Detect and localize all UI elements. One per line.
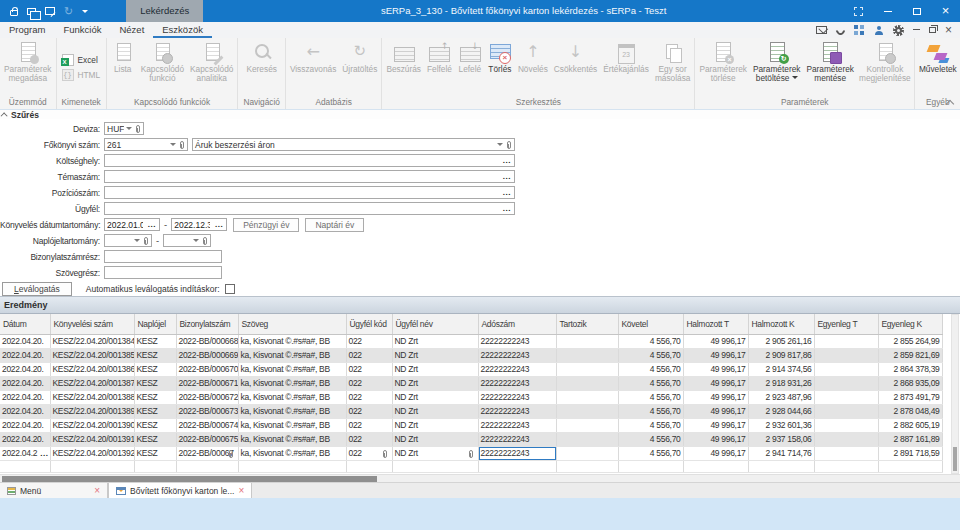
ribbon-button-param-terek-t-rl-se[interactable]: Paraméterek törlése [696, 39, 750, 96]
table-cell[interactable]: ka, Kisvonat ©.#s#a#, BB [238, 418, 346, 432]
column-header-ad-sz-m[interactable]: Adószám [478, 314, 556, 334]
ribbon-button-felfel[interactable]: Felfelé [424, 39, 455, 96]
context-tab-lekerdezes[interactable]: Lekérdezés [126, 0, 203, 22]
table-cell[interactable]: KESZ [134, 432, 176, 446]
table-cell[interactable]: 2 905 261,16 [748, 334, 814, 348]
menu-tab-eszk-z-k[interactable]: Eszközök [153, 22, 212, 38]
table-cell[interactable]: 4 556,70 [618, 404, 683, 418]
table-cell[interactable]: 2022-BB/000673 [176, 404, 238, 418]
column-header-d-tum[interactable]: Dátum [0, 314, 50, 334]
table-cell[interactable]: 2022-BB/000671 [176, 376, 238, 390]
date-to-field[interactable] [172, 220, 212, 230]
table-cell[interactable]: 4 556,70 [618, 348, 683, 362]
table-cell[interactable] [814, 432, 878, 446]
ribbon-collapse-icon[interactable] [946, 99, 953, 106]
child-restore-icon[interactable] [929, 27, 936, 33]
focused-cell[interactable]: 22222222243 [478, 446, 556, 460]
horizontal-scrollbar[interactable] [0, 474, 960, 482]
table-cell[interactable]: 022 [346, 446, 392, 460]
table-cell[interactable] [556, 348, 618, 362]
column-header-sz-veg[interactable]: Szöveg [238, 314, 346, 334]
table-cell[interactable]: ND Zrt [392, 404, 478, 418]
table-cell[interactable]: KESZ [134, 404, 176, 418]
column-header-napl-jel[interactable]: Naplójel [134, 314, 176, 334]
date-from-field[interactable] [105, 220, 145, 230]
table-cell[interactable]: 2 855 264,99 [878, 334, 942, 348]
table-cell[interactable]: 2022-BB/000672 [176, 390, 238, 404]
table-cell[interactable]: 2022.04.20. [0, 376, 50, 390]
table-cell[interactable]: 2022.04.20. [0, 390, 50, 404]
ribbon-button-excel[interactable]: Excel [58, 53, 102, 68]
table-cell[interactable]: 022 [346, 404, 392, 418]
table-cell[interactable]: 2022.04.20. [0, 348, 50, 362]
ellipsis-button[interactable] [40, 449, 48, 458]
table-cell[interactable]: 2022.04.20. [0, 404, 50, 418]
refresh-icon[interactable] [64, 6, 73, 17]
table-cell[interactable]: 4 556,70 [618, 390, 683, 404]
empty-cell[interactable] [0, 460, 50, 472]
ellipsis-button[interactable] [212, 220, 226, 229]
naplojel-from-combo[interactable] [104, 234, 152, 247]
table-cell[interactable]: 2022-BB/000668 [176, 334, 238, 348]
empty-cell[interactable] [478, 460, 556, 472]
lock-icon[interactable] [10, 10, 18, 16]
phone-icon[interactable] [834, 24, 847, 37]
table-cell[interactable]: KESZ [134, 418, 176, 432]
table-cell[interactable]: ka, Kisvonat ©.#s#a#, BB [238, 334, 346, 348]
close-tab-icon[interactable] [94, 486, 100, 496]
szovegresz-input[interactable] [104, 266, 222, 279]
table-cell[interactable]: 4 556,70 [618, 362, 683, 376]
table-cell[interactable]: 2 882 605,19 [878, 418, 942, 432]
table-cell[interactable]: 022 [346, 418, 392, 432]
column-header-egyenleg-k[interactable]: Egyenleg K [878, 314, 942, 334]
ribbon-button-m-veletek[interactable]: Műveletek [916, 39, 960, 96]
table-cell[interactable]: 2 909 817,86 [748, 348, 814, 362]
table-cell[interactable]: 4 556,70 [618, 376, 683, 390]
mail-icon[interactable] [816, 26, 827, 34]
menu-tab-n-zet[interactable]: Nézet [110, 22, 153, 38]
table-cell[interactable]: 2 859 821,69 [878, 348, 942, 362]
table-cell[interactable] [556, 334, 618, 348]
table-cell[interactable]: 4 556,70 [618, 334, 683, 348]
table-cell[interactable]: 49 996,17 [683, 446, 748, 460]
ribbon-button-n-vel-s[interactable]: Növelés [515, 39, 551, 96]
empty-cell[interactable] [556, 460, 618, 472]
date-to-input[interactable] [171, 218, 227, 231]
table-cell[interactable] [814, 376, 878, 390]
table-cell[interactable]: KESZ [134, 348, 176, 362]
ellipsis-button[interactable] [500, 204, 514, 213]
column-header-k-vetel[interactable]: Követel [618, 314, 683, 334]
table-cell[interactable]: 22222222243 [478, 432, 556, 446]
table-cell[interactable]: 022 [346, 432, 392, 446]
empty-cell[interactable] [683, 460, 748, 472]
empty-cell[interactable] [50, 460, 134, 472]
table-cell[interactable]: 22222222243 [478, 376, 556, 390]
table-cell[interactable]: KESZ/22.04.20/001392 [50, 446, 134, 460]
fokonyvi-code-combo[interactable]: 261 [104, 138, 188, 151]
table-cell[interactable]: 022 [346, 390, 392, 404]
table-cell[interactable] [814, 348, 878, 362]
table-cell[interactable]: KESZ/22.04.20/001391 [50, 432, 134, 446]
empty-cell[interactable] [134, 460, 176, 472]
layers-icon[interactable] [27, 8, 36, 15]
fit-screen-button[interactable] [844, 0, 873, 22]
table-cell[interactable]: KESZ/22.04.20/001387 [50, 376, 134, 390]
bottom-tab-men[interactable]: Menü [0, 483, 108, 498]
minimize-button[interactable] [873, 0, 902, 22]
table-cell[interactable]: 2 918 931,26 [748, 376, 814, 390]
table-cell[interactable]: 22222222243 [478, 404, 556, 418]
table-cell[interactable]: 2022-BB/000675 [176, 432, 238, 446]
table-cell[interactable]: 2022.04.20. [0, 418, 50, 432]
table-cell[interactable]: 49 996,17 [683, 432, 748, 446]
menu-tab-funkci-k[interactable]: Funkciók [54, 22, 110, 38]
naplojel-to-combo[interactable] [163, 234, 211, 247]
table-cell[interactable]: 22222222243 [478, 334, 556, 348]
table-cell[interactable]: KESZ [134, 446, 176, 460]
vertical-scrollbar[interactable] [951, 314, 959, 474]
table-cell[interactable]: 2022-BB/00067 [176, 446, 238, 460]
table-cell[interactable]: 2 868 935,09 [878, 376, 942, 390]
table-cell[interactable]: ND Zrt [392, 334, 478, 348]
ribbon-button-visszavon-s[interactable]: Visszavonás [287, 39, 339, 96]
pozicioszam-input[interactable] [104, 186, 515, 199]
pozicioszam-field[interactable] [105, 188, 500, 198]
